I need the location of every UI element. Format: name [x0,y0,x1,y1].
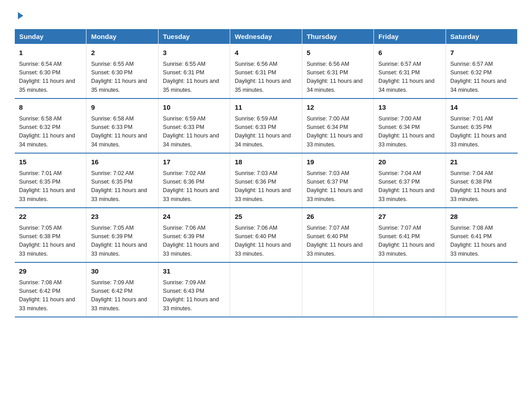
calendar-cell: 4 Sunrise: 6:56 AMSunset: 6:31 PMDayligh… [230,44,302,99]
calendar-cell: 29 Sunrise: 7:08 AMSunset: 6:42 PMDaylig… [15,262,86,317]
calendar-cell [230,262,302,317]
week-row-5: 29 Sunrise: 7:08 AMSunset: 6:42 PMDaylig… [15,262,518,317]
day-info: Sunrise: 7:09 AMSunset: 6:43 PMDaylight:… [163,278,225,313]
day-info: Sunrise: 7:04 AMSunset: 6:37 PMDaylight:… [378,169,441,204]
day-number: 1 [19,48,82,58]
column-header-tuesday: Tuesday [158,29,230,44]
day-info: Sunrise: 7:06 AMSunset: 6:40 PMDaylight:… [235,224,297,259]
day-info: Sunrise: 7:05 AMSunset: 6:38 PMDaylight:… [19,224,82,259]
calendar-cell: 24 Sunrise: 7:06 AMSunset: 6:39 PMDaylig… [158,208,230,262]
day-number: 24 [163,212,225,222]
day-info: Sunrise: 6:55 AMSunset: 6:30 PMDaylight:… [91,60,153,95]
calendar-cell: 11 Sunrise: 6:59 AMSunset: 6:33 PMDaylig… [230,98,302,153]
day-info: Sunrise: 6:59 AMSunset: 6:33 PMDaylight:… [235,115,297,150]
day-info: Sunrise: 6:57 AMSunset: 6:31 PMDaylight:… [378,60,441,95]
calendar-cell: 7 Sunrise: 6:57 AMSunset: 6:32 PMDayligh… [446,44,517,99]
calendar-cell: 23 Sunrise: 7:05 AMSunset: 6:39 PMDaylig… [86,208,158,262]
calendar-cell: 17 Sunrise: 7:02 AMSunset: 6:36 PMDaylig… [158,153,230,208]
day-number: 14 [450,103,513,113]
calendar-cell: 26 Sunrise: 7:07 AMSunset: 6:40 PMDaylig… [302,208,373,262]
day-info: Sunrise: 7:07 AMSunset: 6:41 PMDaylight:… [378,224,441,259]
calendar-cell: 21 Sunrise: 7:04 AMSunset: 6:38 PMDaylig… [446,153,517,208]
day-info: Sunrise: 6:57 AMSunset: 6:32 PMDaylight:… [450,60,513,95]
day-number: 8 [19,103,82,113]
svg-marker-0 [18,12,23,19]
day-info: Sunrise: 6:59 AMSunset: 6:33 PMDaylight:… [163,115,225,150]
day-number: 3 [163,48,225,58]
day-info: Sunrise: 7:00 AMSunset: 6:34 PMDaylight:… [378,115,441,150]
calendar-cell: 15 Sunrise: 7:01 AMSunset: 6:35 PMDaylig… [15,153,86,208]
calendar-cell: 13 Sunrise: 7:00 AMSunset: 6:34 PMDaylig… [374,98,446,153]
day-number: 30 [91,266,153,277]
day-number: 10 [163,103,225,113]
logo [14,11,25,21]
day-info: Sunrise: 7:01 AMSunset: 6:35 PMDaylight:… [450,115,513,150]
calendar-cell: 27 Sunrise: 7:07 AMSunset: 6:41 PMDaylig… [374,208,446,262]
day-info: Sunrise: 7:06 AMSunset: 6:39 PMDaylight:… [163,224,225,259]
day-info: Sunrise: 7:07 AMSunset: 6:40 PMDaylight:… [307,224,369,259]
day-number: 12 [307,103,369,113]
calendar-cell: 8 Sunrise: 6:58 AMSunset: 6:32 PMDayligh… [15,98,86,153]
calendar-cell: 19 Sunrise: 7:03 AMSunset: 6:37 PMDaylig… [302,153,373,208]
day-info: Sunrise: 7:09 AMSunset: 6:42 PMDaylight:… [91,278,153,313]
day-number: 29 [19,266,82,277]
column-header-thursday: Thursday [302,29,373,44]
day-number: 4 [235,48,297,58]
week-row-2: 8 Sunrise: 6:58 AMSunset: 6:32 PMDayligh… [15,98,518,153]
day-number: 2 [91,48,153,58]
calendar-cell: 18 Sunrise: 7:03 AMSunset: 6:36 PMDaylig… [230,153,302,208]
day-info: Sunrise: 6:56 AMSunset: 6:31 PMDaylight:… [235,60,297,95]
day-number: 26 [307,212,369,222]
day-number: 9 [91,103,153,113]
day-info: Sunrise: 7:01 AMSunset: 6:35 PMDaylight:… [19,169,82,204]
day-number: 17 [163,157,225,167]
day-info: Sunrise: 7:00 AMSunset: 6:34 PMDaylight:… [307,115,369,150]
calendar-cell: 30 Sunrise: 7:09 AMSunset: 6:42 PMDaylig… [86,262,158,317]
calendar-table: SundayMondayTuesdayWednesdayThursdayFrid… [14,29,518,317]
calendar-cell: 31 Sunrise: 7:09 AMSunset: 6:43 PMDaylig… [158,262,230,317]
day-number: 11 [235,103,297,113]
day-number: 22 [19,212,82,222]
day-number: 19 [307,157,369,167]
day-info: Sunrise: 7:04 AMSunset: 6:38 PMDaylight:… [450,169,513,204]
day-number: 21 [450,157,513,167]
day-number: 27 [378,212,441,222]
day-info: Sunrise: 7:02 AMSunset: 6:36 PMDaylight:… [163,169,225,204]
calendar-cell: 9 Sunrise: 6:58 AMSunset: 6:33 PMDayligh… [86,98,158,153]
calendar-cell [374,262,446,317]
calendar-cell: 12 Sunrise: 7:00 AMSunset: 6:34 PMDaylig… [302,98,373,153]
day-number: 18 [235,157,297,167]
day-info: Sunrise: 6:58 AMSunset: 6:32 PMDaylight:… [19,115,82,150]
day-number: 13 [378,103,441,113]
day-number: 23 [91,212,153,222]
column-header-monday: Monday [86,29,158,44]
day-info: Sunrise: 7:08 AMSunset: 6:41 PMDaylight:… [450,224,513,259]
calendar-cell: 5 Sunrise: 6:56 AMSunset: 6:31 PMDayligh… [302,44,373,99]
day-number: 20 [378,157,441,167]
calendar-cell: 10 Sunrise: 6:59 AMSunset: 6:33 PMDaylig… [158,98,230,153]
day-number: 7 [450,48,513,58]
column-header-saturday: Saturday [446,29,517,44]
day-info: Sunrise: 7:08 AMSunset: 6:42 PMDaylight:… [19,278,82,313]
calendar-cell: 6 Sunrise: 6:57 AMSunset: 6:31 PMDayligh… [374,44,446,99]
column-header-friday: Friday [374,29,446,44]
day-number: 28 [450,212,513,222]
calendar-cell: 14 Sunrise: 7:01 AMSunset: 6:35 PMDaylig… [446,98,517,153]
day-number: 6 [378,48,441,58]
logo-arrow-icon [15,11,25,22]
day-info: Sunrise: 6:54 AMSunset: 6:30 PMDaylight:… [19,60,82,95]
calendar-cell: 28 Sunrise: 7:08 AMSunset: 6:41 PMDaylig… [446,208,517,262]
day-number: 25 [235,212,297,222]
calendar-cell [302,262,373,317]
day-number: 5 [307,48,369,58]
week-row-1: 1 Sunrise: 6:54 AMSunset: 6:30 PMDayligh… [15,44,518,99]
column-header-sunday: Sunday [15,29,86,44]
calendar-cell: 1 Sunrise: 6:54 AMSunset: 6:30 PMDayligh… [15,44,86,99]
header-row: SundayMondayTuesdayWednesdayThursdayFrid… [15,29,518,44]
day-info: Sunrise: 7:02 AMSunset: 6:35 PMDaylight:… [91,169,153,204]
column-header-wednesday: Wednesday [230,29,302,44]
page-header [14,11,518,21]
calendar-cell: 16 Sunrise: 7:02 AMSunset: 6:35 PMDaylig… [86,153,158,208]
day-number: 16 [91,157,153,167]
day-info: Sunrise: 7:03 AMSunset: 6:37 PMDaylight:… [307,169,369,204]
